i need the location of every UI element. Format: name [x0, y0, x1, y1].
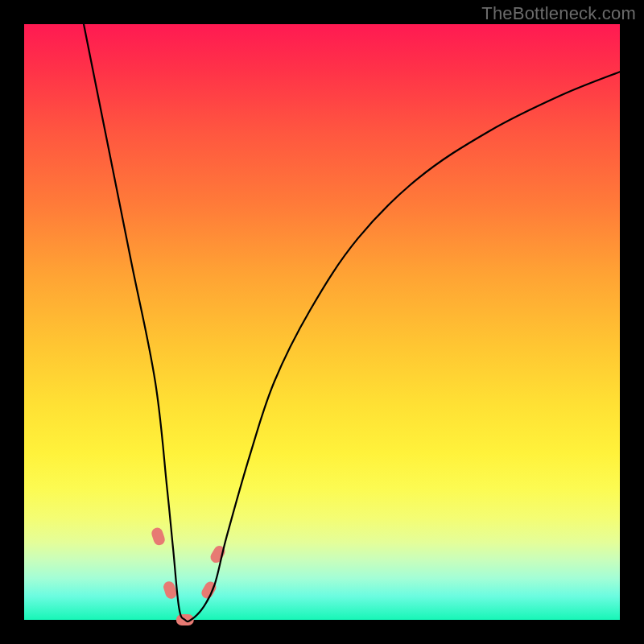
- curve-layer: [24, 24, 620, 620]
- watermark-text: TheBottleneck.com: [481, 3, 636, 24]
- markers-group: [150, 526, 227, 625]
- marker-left-upper: [150, 526, 166, 547]
- bottleneck-curve: [84, 24, 620, 621]
- chart-frame: TheBottleneck.com: [0, 0, 644, 644]
- plot-area: [24, 24, 620, 620]
